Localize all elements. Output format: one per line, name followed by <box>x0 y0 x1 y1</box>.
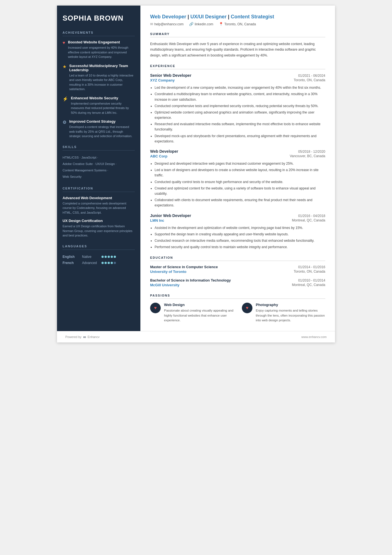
achievement-desc-2: Led a team of 10 to develop a highly int… <box>69 73 135 92</box>
contact-location: 📍 Toronto, ON, Canada <box>219 22 256 26</box>
edu-school-2: McGill University <box>150 283 179 287</box>
bullet: Collaborated with clients to document we… <box>155 198 325 208</box>
skill-line-4: Web Security <box>63 174 135 180</box>
passion-icon-photography: ♥ <box>242 303 252 313</box>
dot <box>108 262 110 264</box>
job-titles: Web Developer | UX/UI Designer | Content… <box>150 14 325 20</box>
main-content: Web Developer | UX/UI Designer | Content… <box>140 6 335 331</box>
lang-name-english: English <box>63 254 82 260</box>
edu-school-1: University of Toronto <box>150 270 186 274</box>
bullet: Led a team of designers and developers t… <box>155 167 325 178</box>
passion-title-1: Web Design <box>164 303 234 307</box>
achievement-content-1: Boosted Website Engagement Increased use… <box>68 40 135 59</box>
passion-title-2: Photography <box>256 303 325 307</box>
location-text: Toronto, ON, Canada <box>224 22 256 26</box>
edu-header-1: Master of Science in Computer Science 01… <box>150 265 325 269</box>
edu-school-row-1: University of Toronto Toronto, ON, Canad… <box>150 270 325 274</box>
achievement-desc-4: Developed a content strategy that increa… <box>69 125 135 139</box>
exp-bullets-1: Led the development of a new company web… <box>150 85 325 144</box>
bullet: Led the development of a new company web… <box>155 85 325 90</box>
sidebar: SOPHIA BROWN ACHIEVEMENTS ♥ Boosted Webs… <box>57 6 140 331</box>
lang-level-french: Advanced <box>82 260 101 266</box>
job-title-1: Web Developer <box>150 14 186 19</box>
edu-location-1: Toronto, ON, Canada <box>294 270 325 274</box>
achievement-content-3: Enhanced Website Security Implemented co… <box>71 96 135 115</box>
exp-company-2: ABC Corp <box>150 154 167 158</box>
achievement-item-3: ⚡ Enhanced Website Security Implemented … <box>63 96 135 115</box>
certification-section-title: CERTIFICATION <box>63 187 135 192</box>
email-icon: ✉ <box>150 22 153 26</box>
edu-location-2: Montreal, QC, Canada <box>292 283 325 288</box>
job-title-3: Content Strategist <box>231 14 274 19</box>
exp-title-3: Junior Web Developer <box>150 213 191 218</box>
main-header: Web Developer | UX/UI Designer | Content… <box>150 14 325 26</box>
skill-line-3: Content Management Systems · <box>63 167 135 174</box>
skills-section-title: SKILLS <box>63 145 135 151</box>
enhancv-logo: ∞ <box>83 335 86 339</box>
exp-dates-1: 01/2021 - 06/2024 <box>298 74 325 78</box>
bullet: Researched and evaluated interactive med… <box>155 122 325 132</box>
edu-degree-1: Master of Science in Computer Science <box>150 265 218 269</box>
dot <box>114 262 116 264</box>
passion-content-1: Web Design Passionate about creating vis… <box>164 303 234 323</box>
exp-bullets-2: Designed and developed interactive web p… <box>150 161 325 208</box>
achievement-item-2: ★ Successful Multidisciplinary Team Lead… <box>63 64 135 92</box>
skills-list: HTML/CSS · JavaScript · Adobe Creative S… <box>63 154 135 180</box>
achievement-desc-3: Implemented comprehensive security measu… <box>71 101 135 115</box>
contact-info: ✉ help@enhancv.com 🔗 linkedin.com 📍 Toro… <box>150 22 325 26</box>
achievement-item-4: ⚙ Improved Content Strategy Developed a … <box>63 119 135 139</box>
exp-dates-3: 01/2016 - 04/2018 <box>298 214 325 218</box>
lang-row-english: English Native <box>63 254 135 260</box>
exp-location-3: Montreal, QC, Canada <box>292 218 325 223</box>
passions-section-title: PASSIONS <box>150 294 325 299</box>
exp-location-2: Vancouver, BC, Canada <box>290 154 325 159</box>
linkedin-text: linkedin.com <box>195 22 213 26</box>
dot <box>105 256 107 258</box>
achievement-title-4: Improved Content Strategy <box>69 119 135 124</box>
edu-dates-1: 01/2014 - 01/2016 <box>298 265 325 269</box>
bullet: Optimized website content using advanced… <box>155 110 325 120</box>
edu-school-row-2: McGill University Montreal, QC, Canada <box>150 283 325 288</box>
cert-desc-2: Earned a UX Design certification from Ni… <box>63 224 135 238</box>
dot <box>114 256 116 258</box>
education-section-title: EDUCATION <box>150 256 325 261</box>
passion-item-1: ♥ Web Design Passionate about creating v… <box>150 303 234 323</box>
passions-grid: ♥ Web Design Passionate about creating v… <box>150 303 325 323</box>
achievement-desc-1: Increased user engagement by 40% through… <box>68 45 135 59</box>
lang-name-french: French <box>63 260 82 266</box>
passion-desc-1: Passionate about creating visually appea… <box>164 308 234 323</box>
experience-section-title: EXPERIENCE <box>150 64 325 69</box>
bullet: Developed mock-ups and storyboards for c… <box>155 134 325 144</box>
edu-degree-2: Bachelor of Science in Information Techn… <box>150 278 231 282</box>
contact-linkedin: 🔗 linkedin.com <box>189 22 213 26</box>
star-icon: ★ <box>63 64 66 92</box>
lang-dots-french <box>101 260 135 266</box>
exp-title-2: Web Developer <box>150 149 178 154</box>
exp-dates-2: 05/2018 - 12/2020 <box>298 150 325 154</box>
cert-item-1: Advanced Web Development Completed a com… <box>63 196 135 215</box>
dot <box>101 256 104 258</box>
bullet: Created and optimized content for the we… <box>155 186 325 196</box>
dot <box>108 256 110 258</box>
bullet: Conducted comprehensive tests and implem… <box>155 103 325 109</box>
title-separator-1: | <box>188 14 190 19</box>
passion-icon-webdesign: ♥ <box>150 303 161 313</box>
languages-section-title: LANGUAGES <box>63 245 135 250</box>
email-text: help@enhancv.com <box>154 22 183 26</box>
exp-company-1: XYZ Company <box>150 78 175 82</box>
candidate-name: SOPHIA BROWN <box>63 14 135 23</box>
dot <box>101 262 104 264</box>
exp-company-row-2: ABC Corp Vancouver, BC, Canada <box>150 154 325 159</box>
passion-item-2: ♥ Photography Enjoy capturing moments an… <box>242 303 325 323</box>
heart-icon: ♥ <box>63 40 65 59</box>
cert-title-1: Advanced Web Development <box>63 196 135 200</box>
exp-title-1: Senior Web Developer <box>150 73 191 78</box>
lang-dots-english <box>101 254 135 260</box>
summary-section-title: SUMMARY <box>150 32 325 37</box>
wrench-icon: ⚙ <box>63 120 66 139</box>
footer-website: www.enhancv.com <box>301 335 327 339</box>
title-separator-2: | <box>228 14 231 19</box>
languages-table: English Native French Advance <box>63 254 135 266</box>
footer-brand: Powered by ∞ Enhancv <box>65 335 100 339</box>
lang-row-french: French Advanced <box>63 260 135 266</box>
